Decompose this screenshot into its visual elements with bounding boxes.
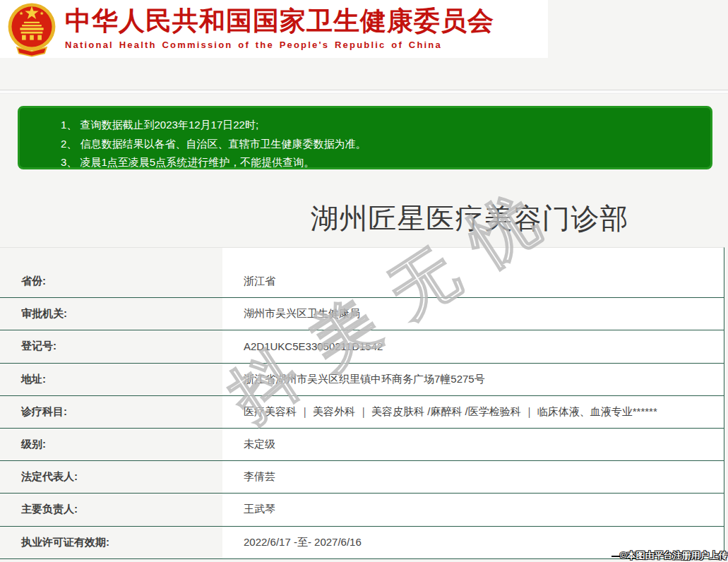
- nhc-query-result-page: { "header": { "title_cn": "中华人民共和国国家卫生健康…: [0, 0, 728, 562]
- field-value: 未定级: [222, 429, 724, 460]
- field-label: 审批机关:: [0, 298, 222, 330]
- field-label: 执业许可证有效期:: [0, 527, 222, 558]
- notice-line-3: 3、 凌晨1点至凌晨5点系统进行维护，不能提供查询。: [61, 153, 710, 172]
- table-row-legal-representative: 法定代表人: 李倩芸: [0, 461, 724, 494]
- spacer-label-cell: [0, 248, 222, 265]
- table-row-registration-number: 登记号: A2D1UKC5E33050211D1542: [0, 330, 724, 363]
- credit-watermark: ©本图由平台注册用户上传: [620, 549, 728, 562]
- spacer-value-cell: [222, 248, 724, 265]
- notice-line-2: 2、 信息数据结果以各省、自治区、直辖市卫生健康委数据为准。: [61, 135, 710, 154]
- table-row-approval-authority: 审批机关: 湖州市吴兴区卫生健康局: [0, 298, 724, 330]
- table-row-medical-subjects: 诊疗科目: 医疗美容科 ｜ 美容外科 ｜ 美容皮肤科 /麻醉科 /医学检验科 ｜…: [0, 396, 724, 429]
- table-row-level: 级别: 未定级: [0, 429, 724, 461]
- prc-national-emblem-icon: [7, 2, 56, 57]
- field-label: 省份:: [0, 265, 222, 297]
- table-row-province: 省份: 浙江省: [0, 265, 724, 298]
- field-value: 浙江省: [222, 265, 724, 297]
- institution-name-title: 湖州匠星医疗美容门诊部: [0, 199, 728, 238]
- field-value: 医疗美容科 ｜ 美容外科 ｜ 美容皮肤科 /麻醉科 /医学检验科 ｜ 临床体液、…: [222, 396, 724, 428]
- table-row-address: 地址: 浙江省湖州市吴兴区织里镇中环商务广场7幢5275号: [0, 364, 724, 396]
- field-value: 王武琴: [222, 494, 724, 525]
- header-divider: [0, 90, 728, 94]
- field-value: 李倩芸: [222, 461, 724, 493]
- field-label: 级别:: [0, 429, 222, 460]
- notice-line-1: 1、 查询数据截止到2023年12月17日22时;: [61, 116, 710, 135]
- field-label: 地址:: [0, 364, 222, 395]
- site-title-chinese: 中华人民共和国国家卫生健康委员会: [65, 4, 494, 38]
- site-title-english: National Health Commission of the People…: [65, 40, 494, 50]
- banner-titles: 中华人民共和国国家卫生健康委员会 National Health Commiss…: [65, 4, 494, 50]
- field-label: 主要负责人:: [0, 494, 222, 525]
- field-value: 浙江省湖州市吴兴区织里镇中环商务广场7幢5275号: [222, 364, 724, 395]
- table-row-person-in-charge: 主要负责人: 王武琴: [0, 494, 724, 526]
- table-row-license-validity: 执业许可证有效期: 2022/6/17 -至- 2027/6/16: [0, 527, 724, 559]
- notice-box: 1、 查询数据截止到2023年12月17日22时; 2、 信息数据结果以各省、自…: [18, 106, 712, 169]
- field-value: 湖州市吴兴区卫生健康局: [222, 298, 724, 330]
- table-spacer-row: [0, 248, 724, 265]
- institution-info-table: 省份: 浙江省 审批机关: 湖州市吴兴区卫生健康局 登记号: A2D1UKC5E…: [0, 247, 724, 559]
- field-label: 法定代表人:: [0, 461, 222, 493]
- field-label: 登记号:: [0, 330, 222, 362]
- field-label: 诊疗科目:: [0, 396, 222, 428]
- field-value: A2D1UKC5E33050211D1542: [222, 330, 724, 362]
- nhc-header-banner: 中华人民共和国国家卫生健康委员会 National Health Commiss…: [0, 0, 548, 58]
